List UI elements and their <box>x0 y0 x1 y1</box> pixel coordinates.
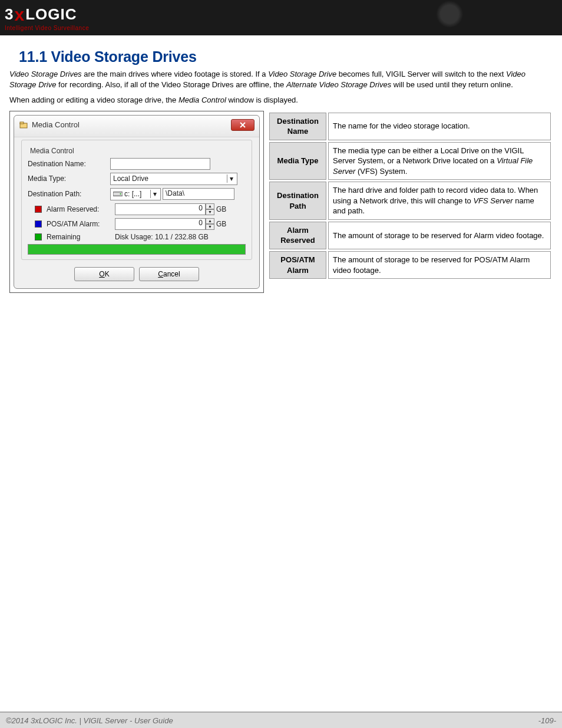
dialog-titlebar: Media Control <box>14 116 259 137</box>
spin-up-icon[interactable]: ▲ <box>206 218 214 224</box>
dialog-title: Media Control <box>32 120 80 129</box>
ok-button[interactable]: OK <box>74 267 134 281</box>
disk-usage-text: Disk Usage: 10.1 / 232.88 GB <box>115 233 209 241</box>
path-input[interactable]: \Data\ <box>163 188 234 200</box>
logo-x: x <box>14 5 25 25</box>
drive-value: c: [...] <box>124 190 141 198</box>
def-key: Alarm Reserved <box>269 222 326 249</box>
svg-point-3 <box>120 193 121 195</box>
spin-down-icon[interactable]: ▼ <box>206 209 214 215</box>
spin-up-icon[interactable]: ▲ <box>206 203 214 209</box>
media-type-select[interactable]: Local Drive ▾ <box>110 173 237 185</box>
logo: 3 x LOGIC Intelligent Video Surveillance <box>5 5 89 31</box>
media-control-screenshot: Media Control Media Control Destination … <box>9 111 264 293</box>
dialog-icon <box>19 120 28 130</box>
table-row: POS/ATM Alarm The amount of storage to b… <box>269 251 551 279</box>
disk-usage-fill <box>28 245 245 254</box>
svg-rect-1 <box>20 122 24 124</box>
def-key: Media Type <box>269 142 326 180</box>
destination-name-label: Destination Name: <box>28 160 110 168</box>
remaining-color-icon <box>35 233 42 241</box>
alarm-reserved-color-icon <box>35 206 42 213</box>
logo-text: 3 x LOGIC <box>5 5 89 25</box>
page-footer: ©2014 3xLOGIC Inc. | VIGIL Server - User… <box>0 711 562 728</box>
def-value: The name for the video storage location. <box>328 113 551 140</box>
group-label: Media Control <box>28 147 77 155</box>
table-row: Alarm Reserved The amount of storage to … <box>269 222 551 249</box>
cancel-button[interactable]: Cancel <box>139 267 199 281</box>
intro-paragraph-1: Video Storage Drives are the main drives… <box>9 69 553 90</box>
intro-paragraph-2: When adding or editing a video storage d… <box>9 95 553 106</box>
media-type-label: Media Type: <box>28 174 110 183</box>
footer-left: ©2014 3xLOGIC Inc. | VIGIL Server - User… <box>6 716 173 725</box>
media-control-group: Media Control Destination Name: Media Ty… <box>21 140 252 260</box>
logo-post: LOGIC <box>25 5 77 24</box>
spin-down-icon[interactable]: ▼ <box>206 224 214 230</box>
page-content: 11.1 Video Storage Drives Video Storage … <box>0 35 562 293</box>
unit-label: GB <box>216 205 226 213</box>
logo-tagline: Intelligent Video Surveillance <box>5 25 89 31</box>
def-value: The amount of storage to be reserved for… <box>328 251 551 279</box>
table-row: Destination Name The name for the video … <box>269 113 551 140</box>
footer-right: -109- <box>538 716 556 725</box>
alarm-reserved-stepper[interactable]: 0 ▲ ▼ GB <box>115 203 226 215</box>
definitions-table: Destination Name The name for the video … <box>267 111 553 281</box>
logo-pre: 3 <box>5 5 14 24</box>
posatm-value[interactable]: 0 <box>115 218 206 230</box>
def-key: Destination Path <box>269 182 326 220</box>
posatm-color-icon <box>35 220 42 228</box>
media-type-value: Local Drive <box>113 174 148 183</box>
alarm-reserved-label: Alarm Reserved: <box>47 205 115 213</box>
table-row: Media Type The media type can be either … <box>269 142 551 180</box>
def-key: Destination Name <box>269 113 326 140</box>
drive-select[interactable]: c: [...] ▾ <box>110 188 161 200</box>
destination-name-input[interactable] <box>110 158 210 170</box>
close-button[interactable] <box>231 119 254 131</box>
alarm-reserved-value[interactable]: 0 <box>115 203 206 215</box>
drive-icon <box>113 189 123 199</box>
chevron-down-icon: ▾ <box>150 190 159 198</box>
header-banner: 3 x LOGIC Intelligent Video Surveillance <box>0 0 562 35</box>
posatm-stepper[interactable]: 0 ▲ ▼ GB <box>115 218 226 230</box>
unit-label: GB <box>216 220 226 228</box>
destination-path-label: Destination Path: <box>28 190 110 198</box>
def-value: The media type can be either a Local Dri… <box>328 142 551 180</box>
section-title: 11.1 Video Storage Drives <box>19 48 553 65</box>
table-row: Destination Path The hard drive and fold… <box>269 182 551 220</box>
media-control-dialog: Media Control Media Control Destination … <box>14 115 260 289</box>
def-value: The amount of storage to be reserved for… <box>328 222 551 249</box>
def-key: POS/ATM Alarm <box>269 251 326 279</box>
def-value: The hard drive and folder path to record… <box>328 182 551 220</box>
posatm-label: POS/ATM Alarm: <box>47 220 115 228</box>
disk-usage-bar <box>28 244 246 255</box>
close-icon <box>240 122 246 128</box>
term-video-storage-drives: Video Storage Drives <box>9 70 82 78</box>
chevron-down-icon: ▾ <box>227 174 236 183</box>
remaining-label: Remaining <box>47 233 115 241</box>
